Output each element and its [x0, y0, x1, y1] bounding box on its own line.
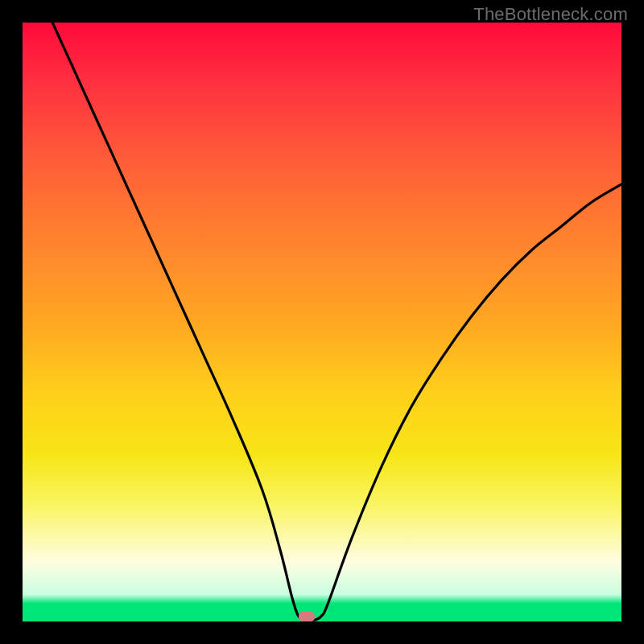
chart-frame: TheBottleneck.com: [0, 0, 644, 644]
plot-area: [23, 23, 621, 621]
bottleneck-curve: [23, 23, 621, 621]
watermark-text: TheBottleneck.com: [473, 4, 628, 25]
optimal-point-marker: [299, 612, 315, 621]
